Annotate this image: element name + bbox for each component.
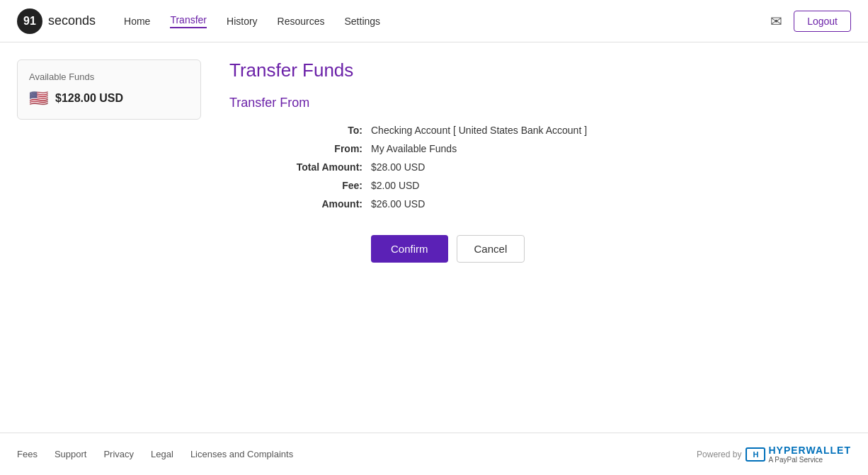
from-value: My Available Funds [371,143,654,154]
cancel-button[interactable]: Cancel [457,235,525,263]
confirm-button[interactable]: Confirm [371,235,448,263]
logo-icon: 91 [17,8,42,34]
footer-right: Powered by H HYPERWALLET A PayPal Servic… [697,445,851,464]
available-funds-card: Available Funds 🇺🇸 $128.00 USD [17,59,201,120]
powered-by-text: Powered by [697,450,741,459]
nav-resources[interactable]: Resources [278,16,325,27]
section-title: Transfer From [229,96,851,110]
amount-value: $26.00 USD [371,198,654,210]
available-funds-label: Available Funds [29,71,189,82]
funds-amount: $128.00 USD [55,92,123,105]
footer-legal-link[interactable]: Legal [151,449,173,459]
funds-row: 🇺🇸 $128.00 USD [29,89,189,108]
total-amount-value: $28.00 USD [371,161,654,173]
nav-settings[interactable]: Settings [345,16,381,27]
footer-links: Fees Support Privacy Legal Licenses and … [17,449,293,459]
fee-label: Fee: [229,180,371,191]
logo-text: seconds [48,13,96,28]
nav-transfer[interactable]: Transfer [170,14,207,28]
button-row: Confirm Cancel [371,235,851,263]
hw-text-block: HYPERWALLET A PayPal Service [768,445,851,464]
hyperwallet-logo: H HYPERWALLET A PayPal Service [746,445,851,464]
to-label: To: [229,125,371,136]
transfer-details: To: Checking Account [ United States Ban… [229,125,654,210]
footer-licenses-link[interactable]: Licenses and Complaints [190,449,293,459]
total-amount-label: Total Amount: [229,161,371,173]
us-flag-icon: 🇺🇸 [29,89,48,108]
page-title: Transfer Funds [229,59,851,81]
amount-label: Amount: [229,198,371,210]
fee-value: $2.00 USD [371,180,654,191]
footer-privacy-link[interactable]: Privacy [103,449,134,459]
footer-fees-link[interactable]: Fees [17,449,38,459]
paypal-service-text: A PayPal Service [768,456,823,464]
nav-history[interactable]: History [227,16,258,27]
main-content: Available Funds 🇺🇸 $128.00 USD Transfer … [0,42,868,433]
logo[interactable]: 91 seconds [17,8,96,34]
footer-support-link[interactable]: Support [55,449,87,459]
header-left: 91 seconds Home Transfer History Resourc… [17,8,380,34]
logout-button[interactable]: Logout [794,11,851,32]
to-value: Checking Account [ United States Bank Ac… [371,125,654,136]
mail-icon[interactable]: ✉ [770,13,782,30]
sidebar: Available Funds 🇺🇸 $128.00 USD [17,59,201,416]
transfer-content: Transfer Funds Transfer From To: Checkin… [218,59,851,416]
header: 91 seconds Home Transfer History Resourc… [0,0,868,42]
footer: Fees Support Privacy Legal Licenses and … [0,433,868,475]
main-nav: Home Transfer History Resources Settings [124,14,380,28]
nav-home[interactable]: Home [124,16,150,27]
from-label: From: [229,143,371,154]
header-right: ✉ Logout [770,11,851,32]
hw-name: HYPERWALLET [768,445,851,456]
hw-box-icon: H [746,447,765,462]
